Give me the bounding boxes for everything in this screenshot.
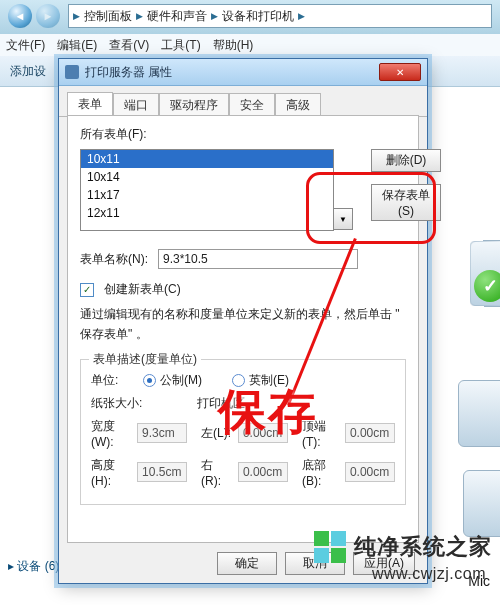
titlebar: 打印服务器 属性 ✕ [59,59,427,86]
create-new-form-label: 创建新表单(C) [104,281,181,298]
watermark-url: www.cwjzj.com [372,565,486,583]
explorer-toolbar: ◄ ► ▶控制面板 ▶硬件和声音 ▶设备和打印机 ▶ [0,0,500,35]
menu-file[interactable]: 文件(F) [6,37,45,54]
chevron-right-icon: ▶ [136,11,143,21]
unit-label: 单位: [91,372,137,389]
right-label: 右(R): [201,457,232,488]
tab-drivers[interactable]: 驱动程序 [159,93,229,117]
height-input[interactable]: 10.5cm [137,462,187,482]
group-title: 表单描述(度量单位) [89,351,201,368]
height-label: 高度(H): [91,457,131,488]
ok-button[interactable]: 确定 [217,552,277,575]
radio-metric[interactable] [143,374,156,387]
default-printer-check-icon: ✓ [474,270,500,302]
dropdown-button[interactable]: ▼ [333,208,353,230]
chevron-right-icon: ▶ [73,11,80,21]
dialog-title: 打印服务器 属性 [85,64,379,81]
watermark-squares-icon [314,531,346,563]
breadcrumb-seg[interactable]: 控制面板 [84,8,132,25]
tab-forms[interactable]: 表单 [67,92,113,117]
breadcrumb[interactable]: ▶控制面板 ▶硬件和声音 ▶设备和打印机 ▶ [68,4,492,28]
list-item[interactable]: 10x11 [81,150,333,168]
paper-size-label: 纸张大小: [91,395,191,412]
menubar: 文件(F) 编辑(E) 查看(V) 工具(T) 帮助(H) [0,34,500,57]
close-button[interactable]: ✕ [379,63,421,81]
nav-back-button[interactable]: ◄ [8,4,32,28]
nav-forward-button[interactable]: ► [36,4,60,28]
breadcrumb-seg[interactable]: 硬件和声音 [147,8,207,25]
forms-listbox[interactable]: 10x11 10x14 11x17 12x11 [80,149,334,231]
list-item[interactable]: 10x14 [81,168,333,186]
menu-help[interactable]: 帮助(H) [213,37,254,54]
width-input[interactable]: 9.3cm [137,423,187,443]
tab-page-forms: 所有表单(F): 10x11 10x14 11x17 12x11 ▼ 删除(D)… [67,115,419,543]
delete-button[interactable]: 删除(D) [371,149,441,172]
printer-icon [65,65,79,79]
add-device-button[interactable]: 添加设 [10,63,46,80]
menu-view[interactable]: 查看(V) [109,37,149,54]
watermark-text: 纯净系统之家 [354,532,492,562]
bottom-input[interactable]: 0.00cm [345,462,395,482]
tab-strip: 表单 端口 驱动程序 安全 高级 [59,86,427,117]
watermark-logo: 纯净系统之家 [314,531,492,563]
printer-device-icon[interactable] [458,380,500,447]
width-label: 宽度(W): [91,418,131,449]
hint-text: 通过编辑现有的名称和度量单位来定义新的表单，然后单击 " 保存表单" 。 [80,304,406,345]
tab-ports[interactable]: 端口 [113,93,159,117]
save-form-button[interactable]: 保存表单(S) [371,184,441,221]
breadcrumb-seg[interactable]: 设备和打印机 [222,8,294,25]
print-server-properties-dialog: 打印服务器 属性 ✕ 表单 端口 驱动程序 安全 高级 所有表单(F): 10x… [58,58,428,584]
create-new-form-checkbox[interactable]: ✓ [80,283,94,297]
top-input[interactable]: 0.00cm [345,423,395,443]
tab-advanced[interactable]: 高级 [275,93,321,117]
list-item[interactable]: 12x11 [81,204,333,222]
form-name-label: 表单名称(N): [80,251,152,268]
printer-device-icon[interactable] [463,470,500,537]
all-forms-label: 所有表单(F): [80,126,147,143]
list-item[interactable]: 11x17 [81,186,333,204]
menu-edit[interactable]: 编辑(E) [57,37,97,54]
right-input[interactable]: 0.00cm [238,462,288,482]
radio-metric-label: 公制(M) [160,372,202,389]
chevron-right-icon: ▶ [211,11,218,21]
bottom-label: 底部(B): [302,457,339,488]
form-name-input[interactable]: 9.3*10.5 [158,249,358,269]
devices-group-header[interactable]: ▸ 设备 (6) [8,558,59,575]
menu-tools[interactable]: 工具(T) [161,37,200,54]
chevron-right-icon: ▶ [298,11,305,21]
annotation-text: 保存 [218,380,318,444]
tab-security[interactable]: 安全 [229,93,275,117]
